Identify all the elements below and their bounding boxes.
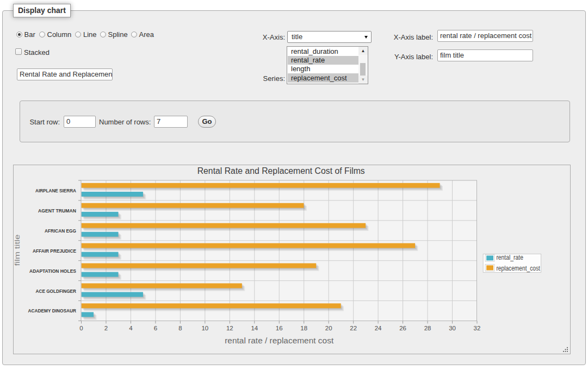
svg-text:12: 12 [226,325,233,331]
svg-text:ACE GOLDFINGER: ACE GOLDFINGER [36,288,77,294]
svg-text:film title: film title [14,235,21,266]
svg-text:Rental Rate and Replacement Co: Rental Rate and Replacement Cost of Film… [197,166,365,175]
svg-text:8: 8 [178,325,182,331]
svg-text:28: 28 [424,325,431,331]
svg-text:replacement_cost: replacement_cost [496,265,540,272]
svg-text:16: 16 [276,325,283,331]
svg-text:ADAPTATION HOLES: ADAPTATION HOLES [29,268,76,274]
svg-text:6: 6 [154,325,157,331]
svg-text:AFFAIR PREJUDICE: AFFAIR PREJUDICE [33,248,76,254]
svg-text:rental rate / replacement cost: rental rate / replacement cost [225,336,333,345]
svg-text:20: 20 [325,325,332,331]
svg-text:14: 14 [251,325,258,331]
svg-text:18: 18 [300,325,307,331]
svg-text:24: 24 [375,325,382,331]
svg-text:AIRPLANE SIERRA: AIRPLANE SIERRA [35,187,76,193]
svg-text:22: 22 [350,325,357,331]
svg-text:32: 32 [474,325,481,331]
svg-text:rental_rate: rental_rate [496,254,523,261]
svg-text:ACADEMY DINOSAUR: ACADEMY DINOSAUR [28,308,77,313]
svg-text:2: 2 [104,325,108,331]
svg-text:10: 10 [201,325,208,331]
svg-text:0: 0 [79,325,83,331]
svg-text:4: 4 [129,325,133,331]
svg-text:30: 30 [449,325,456,331]
svg-text:26: 26 [399,325,406,331]
svg-text:AGENT TRUMAN: AGENT TRUMAN [38,208,76,214]
svg-text:AFRICAN EGG: AFRICAN EGG [45,228,76,234]
